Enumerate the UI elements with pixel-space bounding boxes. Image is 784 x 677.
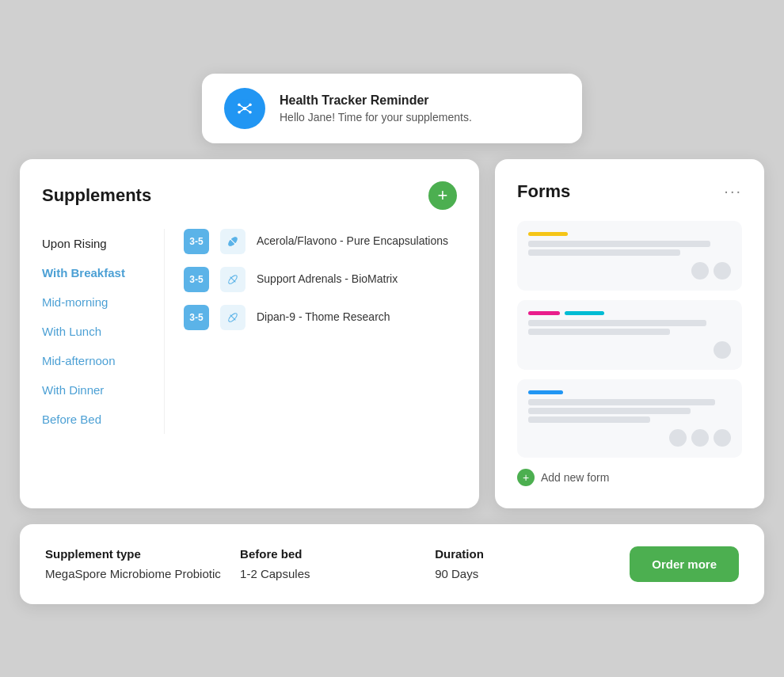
form-dot — [691, 429, 709, 447]
supplement-badge: 3-5 — [184, 267, 209, 292]
form-entry — [517, 221, 742, 291]
meal-time-with-breakfast[interactable]: With Breakfast — [42, 258, 148, 287]
forms-header: Forms ··· — [517, 181, 742, 202]
supplement-badge: 3-5 — [184, 305, 209, 330]
form-dot — [714, 262, 731, 280]
meal-time-with-dinner[interactable]: With Dinner — [42, 375, 148, 405]
form-entry-footer — [528, 429, 731, 447]
form-bar-2 — [528, 329, 670, 335]
forms-card: Forms ··· — [495, 159, 764, 508]
supplements-content: Upon Rising With Breakfast Mid-morning W… — [42, 229, 457, 434]
form-bar-2 — [528, 249, 680, 256]
info-card: Supplement type MegaSpore Microbiome Pro… — [20, 524, 764, 604]
form-entry — [517, 379, 742, 458]
supplement-item: 3-5 Dipan-9 - Thome Research — [184, 305, 457, 330]
supplement-name: Dipan-9 - Thome Research — [257, 310, 390, 325]
form-dot — [691, 262, 709, 280]
form-dot — [714, 429, 731, 447]
supplement-type-value: MegaSpore Microbiome Probiotic — [45, 567, 240, 580]
supplement-capsule-icon — [220, 267, 245, 292]
supplement-item: 3-5 Support Adrenals - BioMatrix — [184, 267, 457, 292]
form-bar-1 — [528, 399, 715, 405]
form-entry-accent — [528, 390, 731, 394]
accent-bar-cyan — [565, 311, 604, 315]
add-form-button[interactable]: + Add new form — [517, 469, 742, 486]
supplement-capsule-icon — [220, 229, 245, 254]
meal-time-upon-rising[interactable]: Upon Rising — [42, 229, 148, 258]
meal-times-nav: Upon Rising With Breakfast Mid-morning W… — [42, 229, 165, 434]
duration-label: Duration — [435, 547, 630, 561]
supplement-type-col: Supplement type MegaSpore Microbiome Pro… — [45, 547, 240, 580]
form-entry-footer — [528, 262, 731, 280]
form-entries — [517, 221, 742, 458]
add-form-label: Add new form — [541, 471, 609, 484]
supplements-title: Supplements — [42, 185, 151, 206]
supplements-header: Supplements + — [42, 181, 457, 210]
supplement-capsule-icon — [220, 305, 245, 330]
main-container: Health Tracker Reminder Hello Jane! Time… — [20, 74, 764, 604]
meal-time-mid-afternoon[interactable]: Mid-afternoon — [42, 346, 148, 375]
accent-bar-pink — [528, 311, 560, 315]
order-more-button[interactable]: Order more — [630, 546, 739, 582]
supplement-item: 3-5 Acerola/Flavono - Pure Encapsulation… — [184, 229, 457, 254]
notification-subtitle: Hello Jane! Time for your supplements. — [280, 111, 472, 124]
form-entry — [517, 300, 742, 370]
supplements-card: Supplements + Upon Rising With Breakfast… — [20, 159, 479, 508]
duration-col: Duration 90 Days — [435, 547, 630, 580]
supplement-name: Support Adrenals - BioMatrix — [257, 272, 398, 287]
meal-time-before-bed[interactable]: Before Bed — [42, 405, 148, 434]
add-form-circle-icon: + — [517, 469, 535, 486]
form-dot — [714, 341, 731, 359]
supplement-name: Acerola/Flavono - Pure Encapsulations — [257, 234, 448, 249]
notification-icon — [224, 88, 265, 129]
duration-value: 90 Days — [435, 567, 630, 580]
meal-time-mid-morning[interactable]: Mid-morning — [42, 287, 148, 317]
more-options-button[interactable]: ··· — [724, 182, 742, 200]
form-dot — [669, 429, 687, 447]
timing-label: Before bed — [240, 547, 435, 561]
supplements-list: 3-5 Acerola/Flavono - Pure Encapsulation… — [165, 229, 457, 434]
meal-time-with-lunch[interactable]: With Lunch — [42, 317, 148, 346]
notification-text: Health Tracker Reminder Hello Jane! Time… — [280, 93, 472, 124]
timing-col: Before bed 1-2 Capsules — [240, 547, 435, 580]
supplement-badge: 3-5 — [184, 229, 209, 254]
form-bar-1 — [528, 320, 706, 326]
cards-row: Supplements + Upon Rising With Breakfast… — [20, 159, 764, 508]
accent-bar-yellow — [528, 232, 568, 236]
form-bar-2 — [528, 408, 691, 414]
add-supplement-button[interactable]: + — [428, 181, 457, 210]
form-entry-accent — [528, 311, 731, 315]
form-bar-3 — [528, 416, 650, 423]
forms-title: Forms — [517, 181, 570, 202]
timing-value: 1-2 Capsules — [240, 567, 435, 580]
notification-title: Health Tracker Reminder — [280, 93, 472, 108]
notification-banner: Health Tracker Reminder Hello Jane! Time… — [202, 74, 582, 143]
accent-bar-blue — [528, 390, 563, 394]
form-entry-accent — [528, 232, 731, 236]
supplement-type-label: Supplement type — [45, 547, 240, 561]
form-bar-1 — [528, 241, 710, 247]
form-entry-footer — [528, 341, 731, 359]
